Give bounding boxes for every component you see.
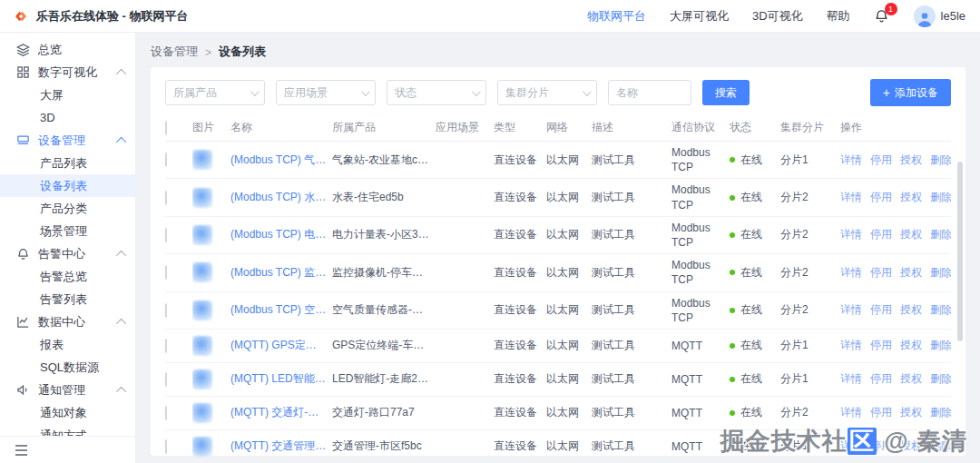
scene-select[interactable]: 应用场景 bbox=[276, 80, 376, 105]
sidebar-item-3d[interactable]: 3D bbox=[0, 106, 135, 129]
select-all-checkbox[interactable] bbox=[165, 121, 167, 135]
disable-link[interactable]: 停用 bbox=[870, 153, 892, 168]
sidebar-group-device-mgmt[interactable]: 设备管理 bbox=[0, 129, 135, 152]
authorize-link[interactable]: 授权 bbox=[900, 338, 922, 353]
device-thumbnail[interactable] bbox=[192, 262, 212, 282]
shard-select[interactable]: 集群分片 bbox=[497, 80, 597, 105]
row-checkbox[interactable] bbox=[165, 265, 167, 280]
authorize-link[interactable]: 授权 bbox=[900, 265, 922, 281]
status-select[interactable]: 状态 bbox=[387, 80, 486, 105]
disable-link[interactable]: 停用 bbox=[870, 265, 892, 281]
device-thumbnail[interactable] bbox=[192, 437, 212, 457]
row-checkbox[interactable] bbox=[165, 372, 167, 387]
row-checkbox[interactable] bbox=[165, 191, 167, 205]
detail-link[interactable]: 详情 bbox=[840, 227, 862, 242]
disable-link[interactable]: 停用 bbox=[870, 190, 892, 205]
detail-link[interactable]: 详情 bbox=[840, 405, 862, 420]
device-name-link[interactable]: (Modbus TCP) 气象... bbox=[230, 153, 327, 168]
nav-iot-platform[interactable]: 物联网平台 bbox=[587, 8, 646, 25]
disable-link[interactable]: 停用 bbox=[870, 227, 892, 242]
authorize-link[interactable]: 授权 bbox=[900, 405, 922, 420]
sidebar-collapse-button[interactable] bbox=[0, 436, 135, 463]
device-name-link[interactable]: (MQTT) GPS定位终... bbox=[230, 338, 327, 353]
device-thumbnail[interactable] bbox=[192, 300, 212, 320]
sidebar-item-product-list[interactable]: 产品列表 bbox=[0, 152, 135, 174]
device-status: 在线 bbox=[730, 401, 780, 424]
sidebar-item-scene-mgmt[interactable]: 场景管理 bbox=[0, 220, 135, 242]
nav-screen-viz[interactable]: 大屏可视化 bbox=[670, 8, 729, 25]
authorize-link[interactable]: 授权 bbox=[900, 371, 922, 387]
row-checkbox[interactable] bbox=[165, 339, 167, 353]
sidebar-item-device-list[interactable]: 设备列表 bbox=[0, 174, 135, 197]
device-name-link[interactable]: (Modbus TCP) 水表-... bbox=[230, 190, 327, 205]
sidebar-item-notify-method[interactable]: 通知方式 bbox=[0, 424, 135, 436]
authorize-link[interactable]: 授权 bbox=[900, 153, 922, 168]
user-menu[interactable]: le5le bbox=[914, 5, 965, 27]
sidebar-item-overview[interactable]: 总览 bbox=[0, 38, 135, 61]
detail-link[interactable]: 详情 bbox=[840, 153, 862, 168]
row-checkbox[interactable] bbox=[165, 228, 167, 242]
vertical-scrollbar[interactable] bbox=[957, 162, 963, 341]
delete-link[interactable]: 删除 bbox=[930, 153, 951, 168]
delete-link[interactable]: 删除 bbox=[930, 227, 951, 242]
delete-link[interactable]: 删除 bbox=[930, 371, 951, 387]
device-name-link[interactable]: (Modbus TCP) 空气... bbox=[230, 302, 327, 318]
device-name-link[interactable]: (Modbus TCP) 电力... bbox=[230, 227, 327, 242]
detail-link[interactable]: 详情 bbox=[840, 371, 862, 387]
sidebar-item-report[interactable]: 报表 bbox=[0, 333, 135, 356]
app-logo[interactable]: 乐吾乐在线体验 - 物联网平台 bbox=[13, 8, 189, 25]
sidebar-item-sql-source[interactable]: SQL数据源 bbox=[0, 356, 135, 379]
name-input[interactable] bbox=[608, 80, 691, 105]
device-thumbnail[interactable] bbox=[192, 369, 212, 389]
notification-bell-icon[interactable]: 1 bbox=[874, 8, 890, 25]
row-checkbox[interactable] bbox=[165, 153, 167, 167]
device-thumbnail[interactable] bbox=[192, 336, 212, 356]
sidebar-group-alarm-center[interactable]: 告警中心 bbox=[0, 242, 135, 265]
authorize-link[interactable]: 授权 bbox=[900, 227, 922, 242]
add-device-button[interactable]: 添加设备 bbox=[870, 79, 951, 106]
sidebar-group-data-center[interactable]: 数据中心 bbox=[0, 310, 135, 333]
disable-link[interactable]: 停用 bbox=[870, 371, 892, 387]
device-name-link[interactable]: (MQTT) 交通管理-市... bbox=[230, 438, 327, 454]
detail-link[interactable]: 详情 bbox=[840, 338, 862, 353]
device-thumbnail[interactable] bbox=[192, 188, 212, 208]
delete-link[interactable]: 删除 bbox=[930, 338, 951, 353]
disable-link[interactable]: 停用 bbox=[870, 338, 892, 353]
device-thumbnail[interactable] bbox=[192, 403, 212, 423]
device-shard: 分片2 bbox=[780, 299, 840, 321]
nav-help[interactable]: 帮助 bbox=[827, 8, 850, 25]
device-network: 以太网 bbox=[546, 149, 592, 172]
search-button[interactable]: 搜索 bbox=[702, 80, 750, 105]
sidebar-item-alarm-overview[interactable]: 告警总览 bbox=[0, 265, 135, 288]
row-checkbox[interactable] bbox=[165, 439, 167, 454]
delete-link[interactable]: 删除 bbox=[930, 302, 951, 318]
delete-link[interactable]: 删除 bbox=[930, 405, 951, 420]
delete-link[interactable]: 删除 bbox=[930, 190, 951, 205]
sidebar-item-screen[interactable]: 大屏 bbox=[0, 84, 135, 106]
sidebar-item-alarm-list[interactable]: 告警列表 bbox=[0, 288, 135, 310]
device-name-link[interactable]: (MQTT) LED智能灯-... bbox=[230, 371, 327, 387]
authorize-link[interactable]: 授权 bbox=[900, 190, 922, 205]
detail-link[interactable]: 详情 bbox=[840, 265, 862, 281]
device-thumbnail[interactable] bbox=[192, 225, 212, 245]
breadcrumb-parent[interactable]: 设备管理 bbox=[151, 44, 198, 60]
product-select[interactable]: 所属产品 bbox=[165, 80, 265, 105]
disable-link[interactable]: 停用 bbox=[870, 405, 892, 420]
delete-link[interactable]: 删除 bbox=[930, 265, 951, 281]
sidebar-item-product-category[interactable]: 产品分类 bbox=[0, 197, 135, 220]
device-name-link[interactable]: (Modbus TCP) 监控... bbox=[230, 265, 327, 281]
top-nav: 物联网平台 大屏可视化 3D可视化 帮助 1 le5le bbox=[587, 5, 965, 27]
sidebar-group-digital-viz[interactable]: 数字可视化 bbox=[0, 61, 135, 84]
detail-link[interactable]: 详情 bbox=[840, 190, 862, 205]
device-name-link[interactable]: (MQTT) 交通灯-路口 bbox=[230, 405, 327, 420]
device-thumbnail[interactable] bbox=[192, 150, 212, 170]
authorize-link[interactable]: 授权 bbox=[900, 302, 922, 318]
row-checkbox[interactable] bbox=[165, 303, 167, 318]
row-checkbox[interactable] bbox=[165, 406, 167, 420]
notification-badge: 1 bbox=[885, 3, 897, 15]
nav-3d-viz[interactable]: 3D可视化 bbox=[752, 8, 803, 25]
sidebar-item-notify-target[interactable]: 通知对象 bbox=[0, 401, 135, 424]
disable-link[interactable]: 停用 bbox=[870, 302, 892, 318]
detail-link[interactable]: 详情 bbox=[840, 302, 862, 318]
sidebar-group-notify-mgmt[interactable]: 通知管理 bbox=[0, 379, 135, 401]
